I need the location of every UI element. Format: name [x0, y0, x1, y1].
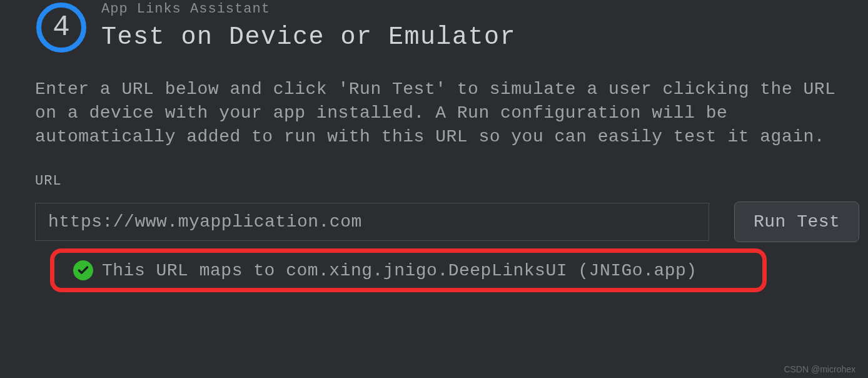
result-highlight-box: This URL maps to com.xing.jnigo.DeepLink… [50, 248, 767, 292]
url-section: URL Run Test This URL maps to com.xing.j… [0, 148, 868, 292]
watermark-text: CSDN @microhex [784, 364, 855, 374]
run-test-button[interactable]: Run Test [734, 202, 859, 242]
success-check-icon [73, 260, 93, 280]
step-badge: 4 [36, 3, 86, 53]
url-input-row: Run Test [35, 202, 868, 242]
header-section: 4 App Links Assistant Test on Device or … [0, 0, 868, 53]
result-message: This URL maps to com.xing.jnigo.DeepLink… [102, 261, 697, 280]
description-text: Enter a URL below and click 'Run Test' t… [0, 53, 868, 148]
header-text: App Links Assistant Test on Device or Em… [101, 0, 868, 51]
breadcrumb: App Links Assistant [101, 1, 868, 17]
url-label: URL [35, 173, 868, 189]
page-title: Test on Device or Emulator [101, 23, 868, 51]
step-number: 4 [53, 11, 70, 44]
url-input[interactable] [35, 203, 709, 241]
